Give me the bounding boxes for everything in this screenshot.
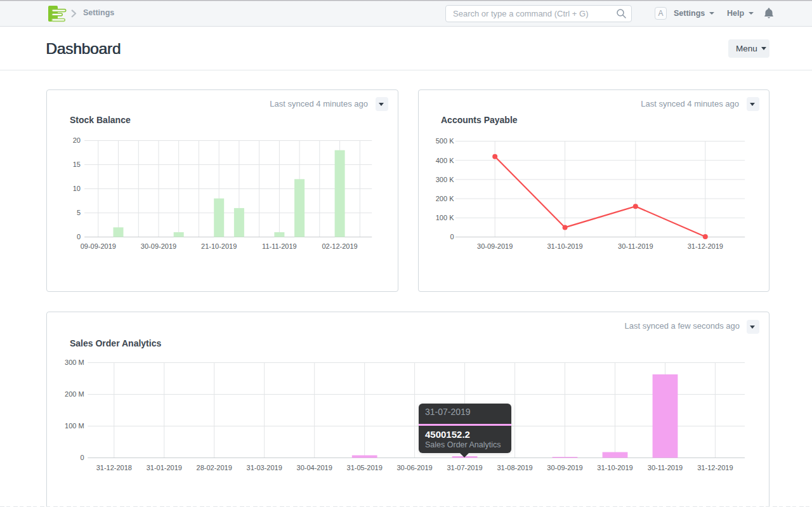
svg-text:0: 0 xyxy=(80,454,84,461)
svg-text:02-12-2019: 02-12-2019 xyxy=(322,242,357,250)
svg-text:11-11-2019: 11-11-2019 xyxy=(262,242,297,250)
svg-text:15: 15 xyxy=(73,161,81,168)
svg-text:500 K: 500 K xyxy=(436,137,454,145)
svg-text:31-03-2019: 31-03-2019 xyxy=(247,464,282,471)
svg-text:30-09-2019: 30-09-2019 xyxy=(141,242,176,250)
svg-text:31-08-2019: 31-08-2019 xyxy=(497,464,532,471)
svg-text:200 K: 200 K xyxy=(436,195,454,202)
svg-text:5: 5 xyxy=(77,209,81,216)
svg-text:30-09-2019: 30-09-2019 xyxy=(547,464,582,471)
svg-text:10: 10 xyxy=(73,185,81,192)
svg-text:31-12-2018: 31-12-2018 xyxy=(96,464,132,471)
svg-text:30-11-2019: 30-11-2019 xyxy=(648,464,683,471)
svg-text:0: 0 xyxy=(450,233,454,240)
svg-text:30-11-2019: 30-11-2019 xyxy=(618,242,653,250)
svg-text:300 K: 300 K xyxy=(436,176,454,183)
svg-text:31-01-2019: 31-01-2019 xyxy=(147,464,182,471)
svg-text:100 K: 100 K xyxy=(436,214,454,221)
svg-text:30-09-2019: 30-09-2019 xyxy=(477,242,513,250)
svg-text:28-02-2019: 28-02-2019 xyxy=(197,464,232,471)
svg-text:300 M: 300 M xyxy=(65,359,84,366)
svg-text:31-12-2019: 31-12-2019 xyxy=(688,242,723,250)
svg-text:30-06-2019: 30-06-2019 xyxy=(396,464,432,471)
svg-text:09-09-2019: 09-09-2019 xyxy=(81,242,116,250)
svg-text:20: 20 xyxy=(73,136,81,144)
svg-text:31-10-2019: 31-10-2019 xyxy=(597,464,632,471)
svg-text:400 K: 400 K xyxy=(436,157,454,164)
svg-text:100 M: 100 M xyxy=(65,422,84,430)
svg-text:31-07-2019: 31-07-2019 xyxy=(447,464,482,471)
svg-text:30-04-2019: 30-04-2019 xyxy=(297,464,332,471)
svg-text:21-10-2019: 21-10-2019 xyxy=(201,242,237,250)
svg-text:0: 0 xyxy=(77,233,81,240)
svg-text:31-10-2019: 31-10-2019 xyxy=(547,242,582,250)
svg-text:31-05-2019: 31-05-2019 xyxy=(347,464,383,471)
svg-text:200 M: 200 M xyxy=(65,390,84,398)
svg-text:31-12-2019: 31-12-2019 xyxy=(697,464,733,471)
